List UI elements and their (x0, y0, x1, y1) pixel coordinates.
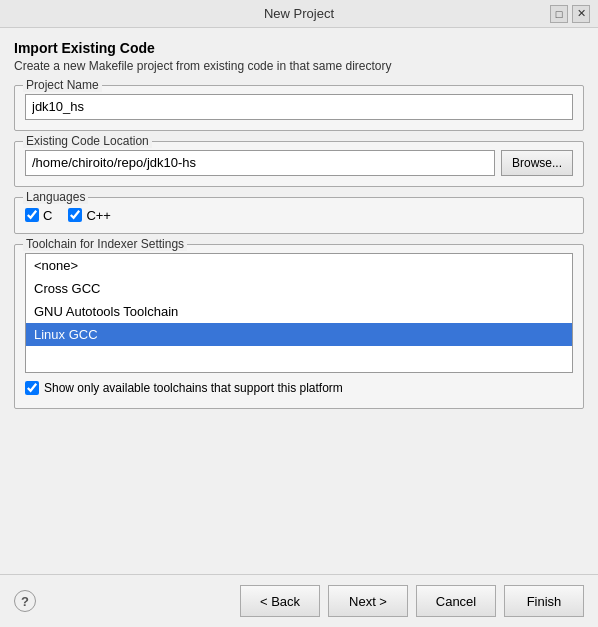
browse-button[interactable]: Browse... (501, 150, 573, 176)
language-cpp-checkbox[interactable] (68, 208, 82, 222)
toolchain-list[interactable]: <none> Cross GCC GNU Autotools Toolchain… (25, 253, 573, 373)
toolchain-item-cross-gcc[interactable]: Cross GCC (26, 277, 572, 300)
language-c-label: C (43, 208, 52, 223)
show-available-option[interactable]: Show only available toolchains that supp… (25, 381, 573, 395)
section-description: Create a new Makefile project from exist… (14, 58, 584, 75)
language-cpp-option[interactable]: C++ (68, 208, 111, 223)
show-available-checkbox[interactable] (25, 381, 39, 395)
toolchain-group: Toolchain for Indexer Settings <none> Cr… (14, 244, 584, 409)
next-button[interactable]: Next > (328, 585, 408, 617)
show-available-label: Show only available toolchains that supp… (44, 381, 343, 395)
language-c-checkbox[interactable] (25, 208, 39, 222)
titlebar-controls: □ ✕ (550, 5, 590, 23)
existing-code-location-group: Existing Code Location Browse... (14, 141, 584, 187)
dialog-title: New Project (48, 6, 550, 21)
close-button[interactable]: ✕ (572, 5, 590, 23)
location-input[interactable] (25, 150, 495, 176)
languages-label: Languages (23, 190, 88, 204)
languages-group: Languages C C++ (14, 197, 584, 234)
toolchain-label: Toolchain for Indexer Settings (23, 237, 187, 251)
project-name-group: Project Name (14, 85, 584, 131)
footer-left: ? (14, 590, 36, 612)
languages-row: C C++ (25, 206, 573, 223)
dialog-body: Import Existing Code Create a new Makefi… (0, 28, 598, 574)
finish-button[interactable]: Finish (504, 585, 584, 617)
toolchain-item-none[interactable]: <none> (26, 254, 572, 277)
language-cpp-label: C++ (86, 208, 111, 223)
section-title: Import Existing Code (14, 40, 584, 56)
existing-code-location-label: Existing Code Location (23, 134, 152, 148)
titlebar: New Project □ ✕ (0, 0, 598, 28)
minimize-button[interactable]: □ (550, 5, 568, 23)
footer: ? < Back Next > Cancel Finish (0, 574, 598, 627)
toolchain-item-gnu-autotools[interactable]: GNU Autotools Toolchain (26, 300, 572, 323)
header-section: Import Existing Code Create a new Makefi… (14, 40, 584, 75)
language-c-option[interactable]: C (25, 208, 52, 223)
toolchain-item-linux-gcc[interactable]: Linux GCC (26, 323, 572, 346)
project-name-input[interactable] (25, 94, 573, 120)
location-row: Browse... (25, 150, 573, 176)
help-button[interactable]: ? (14, 590, 36, 612)
cancel-button[interactable]: Cancel (416, 585, 496, 617)
project-name-label: Project Name (23, 78, 102, 92)
back-button[interactable]: < Back (240, 585, 320, 617)
